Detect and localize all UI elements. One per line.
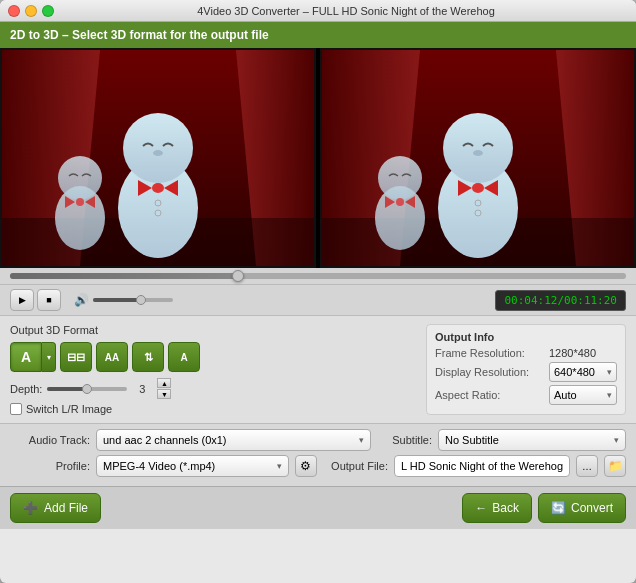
audio-track-arrow: ▾ — [359, 435, 364, 445]
volume-fill — [93, 298, 141, 302]
aspect-ratio-value: Auto — [554, 389, 577, 401]
header-bar: 2D to 3D – Select 3D format for the outp… — [0, 22, 636, 48]
seekbar-area — [0, 268, 636, 284]
switch-lr-label: Switch L/R Image — [26, 403, 112, 415]
profile-value: MPEG-4 Video (*.mp4) — [103, 460, 215, 472]
depth-area: Depth: 3 ▲ ▼ — [10, 378, 416, 399]
profile-arrow: ▾ — [277, 461, 282, 471]
video-preview — [0, 48, 636, 268]
svg-point-25 — [473, 150, 483, 156]
profile-label: Profile: — [10, 460, 90, 472]
svg-point-11 — [155, 200, 161, 206]
audio-track-label: Audio Track: — [10, 434, 90, 446]
frame-resolution-row: Frame Resolution: 1280*480 — [435, 347, 617, 359]
add-file-label: Add File — [44, 501, 88, 515]
convert-label: Convert — [571, 501, 613, 515]
maximize-button[interactable] — [42, 5, 54, 17]
display-resolution-value: 640*480 — [554, 366, 595, 378]
svg-point-28 — [472, 183, 484, 193]
aspect-ratio-dropdown[interactable]: Auto ▾ — [549, 385, 617, 405]
volume-slider[interactable] — [93, 298, 173, 302]
profile-dropdown[interactable]: MPEG-4 Video (*.mp4) ▾ — [96, 455, 289, 477]
swap-icon: ⇅ — [144, 351, 153, 364]
output-info-panel: Output Info Frame Resolution: 1280*480 D… — [426, 324, 626, 415]
back-icon: ← — [475, 501, 487, 515]
aspect-ratio-label: Aspect Ratio: — [435, 389, 545, 401]
subtitle-label: Subtitle: — [377, 434, 432, 446]
format-aa-button[interactable]: AA — [96, 342, 128, 372]
nav-buttons: ← Back 🔄 Convert — [462, 493, 626, 523]
format-small-a-button[interactable]: A — [168, 342, 200, 372]
svg-point-14 — [58, 156, 102, 200]
svg-point-32 — [378, 156, 422, 200]
depth-stepper: ▲ ▼ — [157, 378, 171, 399]
play-button[interactable]: ▶ — [10, 289, 34, 311]
display-resolution-label: Display Resolution: — [435, 366, 545, 378]
folder-button[interactable]: 📁 — [604, 455, 626, 477]
aspect-ratio-arrow: ▾ — [607, 390, 612, 400]
svg-point-7 — [153, 150, 163, 156]
subtitle-arrow: ▾ — [614, 435, 619, 445]
format-sidebyside-button[interactable]: ⊟⊟ — [60, 342, 92, 372]
aspect-ratio-row: Aspect Ratio: Auto ▾ — [435, 385, 617, 405]
svg-point-29 — [475, 200, 481, 206]
add-file-icon: ➕ — [23, 501, 38, 515]
frame-resolution-label: Frame Resolution: — [435, 347, 545, 359]
add-file-button[interactable]: ➕ Add File — [10, 493, 101, 523]
minimize-button[interactable] — [25, 5, 37, 17]
format-anaglyph-dropdown[interactable]: ▾ — [42, 342, 56, 372]
convert-button[interactable]: 🔄 Convert — [538, 493, 626, 523]
display-resolution-arrow: ▾ — [607, 367, 612, 377]
action-bar: ➕ Add File ← Back 🔄 Convert — [0, 486, 636, 529]
browse-button[interactable]: … — [576, 455, 598, 477]
profile-settings-button[interactable]: ⚙ — [295, 455, 317, 477]
volume-icon: 🔊 — [74, 293, 89, 307]
convert-icon: 🔄 — [551, 501, 566, 515]
format-anaglyph-button[interactable]: A — [10, 342, 42, 372]
depth-value: 3 — [132, 383, 152, 395]
format-section: Output 3D Format A ▾ ⊟⊟ AA ⇅ — [0, 315, 636, 423]
output-info-title: Output Info — [435, 331, 617, 343]
main-window: 4Video 3D Converter – FULL HD Sonic Nigh… — [0, 0, 636, 583]
seekbar-thumb[interactable] — [232, 270, 244, 282]
sidebyside-icon: ⊟⊟ — [67, 351, 85, 364]
svg-point-10 — [152, 183, 164, 193]
traffic-lights — [8, 5, 54, 17]
svg-point-6 — [123, 113, 193, 183]
output-file-value: L HD Sonic Night of the Werehog — [401, 460, 563, 472]
stop-button[interactable]: ■ — [37, 289, 61, 311]
switch-lr-checkbox[interactable] — [10, 403, 22, 415]
controls-bar: ▶ ■ 🔊 00:04:12/00:11:20 — [0, 284, 636, 315]
window-title: 4Video 3D Converter – FULL HD Sonic Nigh… — [64, 5, 628, 17]
depth-label: Depth: — [10, 383, 42, 395]
close-button[interactable] — [8, 5, 20, 17]
back-button[interactable]: ← Back — [462, 493, 532, 523]
depth-thumb[interactable] — [82, 384, 92, 394]
switch-lr-area: Switch L/R Image — [10, 403, 416, 415]
format-swap-button[interactable]: ⇅ — [132, 342, 164, 372]
audio-subtitle-row: Audio Track: und aac 2 channels (0x1) ▾ … — [10, 429, 626, 451]
output-file-field[interactable]: L HD Sonic Night of the Werehog — [394, 455, 570, 477]
title-bar: 4Video 3D Converter – FULL HD Sonic Nigh… — [0, 0, 636, 22]
profile-output-row: Profile: MPEG-4 Video (*.mp4) ▾ ⚙ Output… — [10, 455, 626, 477]
svg-point-12 — [155, 210, 161, 216]
subtitle-dropdown[interactable]: No Subtitle ▾ — [438, 429, 626, 451]
depth-decrement[interactable]: ▼ — [157, 389, 171, 399]
display-resolution-row: Display Resolution: 640*480 ▾ — [435, 362, 617, 382]
display-resolution-dropdown[interactable]: 640*480 ▾ — [549, 362, 617, 382]
svg-point-30 — [475, 210, 481, 216]
svg-point-24 — [443, 113, 513, 183]
depth-slider[interactable] — [47, 387, 127, 391]
frame-resolution-value: 1280*480 — [549, 347, 596, 359]
volume-area: 🔊 — [74, 293, 495, 307]
seekbar-fill — [10, 273, 238, 279]
audio-track-value: und aac 2 channels (0x1) — [103, 434, 227, 446]
volume-thumb[interactable] — [136, 295, 146, 305]
depth-increment[interactable]: ▲ — [157, 378, 171, 388]
audio-track-dropdown[interactable]: und aac 2 channels (0x1) ▾ — [96, 429, 371, 451]
format-anaglyph-group: A ▾ — [10, 342, 56, 372]
seekbar[interactable] — [10, 273, 626, 279]
bottom-section: Audio Track: und aac 2 channels (0x1) ▾ … — [0, 423, 636, 486]
svg-point-17 — [76, 198, 84, 206]
header-text: 2D to 3D – Select 3D format for the outp… — [10, 28, 269, 42]
